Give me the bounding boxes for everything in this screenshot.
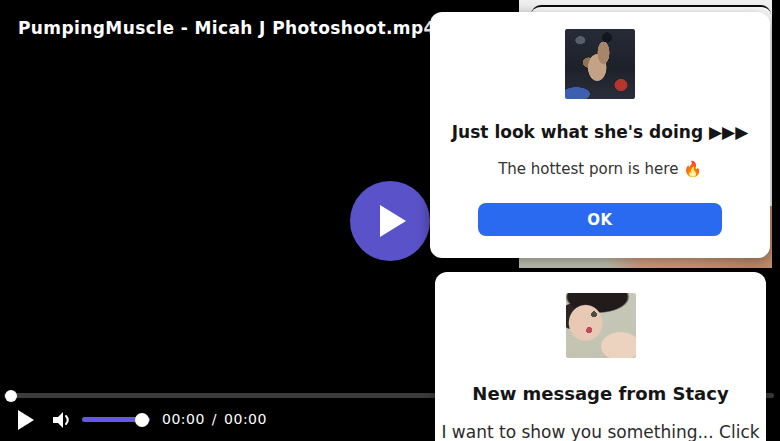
page: PumpingMuscle - Micah J Photoshoot.mp4 0… — [0, 0, 780, 441]
play-icon — [380, 205, 406, 237]
time-display: 00:00 / 00:00 — [162, 411, 267, 427]
message-popup[interactable]: New message from Stacy I want to show yo… — [435, 272, 766, 441]
volume-icon — [50, 408, 74, 432]
mute-button[interactable] — [50, 408, 74, 432]
ad-popup-thumbnail[interactable] — [565, 29, 635, 99]
volume-knob[interactable] — [135, 413, 149, 427]
ad-popup-title: Just look what she's doing ▶▶▶ — [440, 121, 760, 143]
ad-popup: Just look what she's doing ▶▶▶ The hotte… — [430, 12, 770, 258]
message-popup-thumbnail[interactable] — [566, 293, 636, 358]
message-popup-title: New message from Stacy — [443, 383, 758, 405]
time-duration: 00:00 — [224, 411, 267, 427]
video-title: PumpingMuscle - Micah J Photoshoot.mp4 — [18, 18, 436, 38]
message-popup-body: I want to show you something... Click to — [441, 422, 760, 441]
seek-knob[interactable] — [5, 390, 17, 402]
fire-emoji: 🔥 — [683, 160, 702, 178]
ad-popup-subtitle-text: The hottest porn is here — [498, 160, 678, 178]
time-current: 00:00 — [162, 411, 205, 427]
big-play-button[interactable] — [350, 181, 430, 261]
play-button[interactable] — [18, 410, 34, 430]
ad-popup-subtitle: The hottest porn is here 🔥 — [440, 159, 760, 179]
time-separator: / — [212, 411, 217, 427]
ok-button[interactable]: OK — [478, 203, 722, 236]
